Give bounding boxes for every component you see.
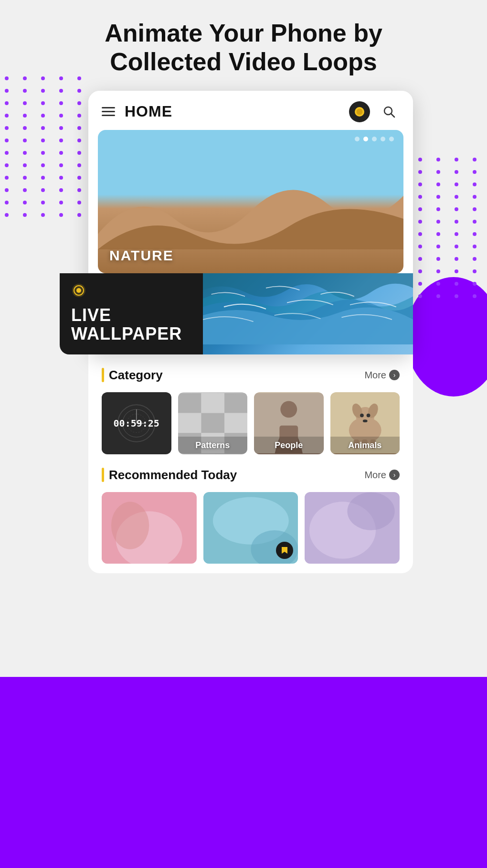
svg-rect-19 <box>224 413 248 433</box>
svg-point-39 <box>111 502 149 549</box>
recommended-bar <box>102 468 104 482</box>
search-icon[interactable] <box>379 101 400 122</box>
recommended-header: Recommended Today More › <box>102 468 400 482</box>
svg-rect-14 <box>178 393 201 413</box>
people-label: People <box>254 437 324 454</box>
category-card-people[interactable]: People <box>254 392 324 454</box>
headline: Animate Your Phone by Collected Video Lo… <box>76 19 411 76</box>
banner-dot-5 <box>389 137 394 141</box>
phone-mockup-card: HOME <box>88 91 413 354</box>
svg-rect-16 <box>224 393 248 413</box>
recommended-more-icon: › <box>389 470 400 480</box>
timer-value: 00:59:25 <box>114 418 159 429</box>
live-line1: LIVE <box>71 305 111 325</box>
banner-dot-1 <box>355 137 360 141</box>
ocean-image <box>203 273 413 354</box>
category-bar <box>102 368 104 382</box>
header-icons <box>349 101 400 122</box>
svg-point-33 <box>362 419 367 422</box>
live-line2: WALLPAPER <box>71 324 182 343</box>
recommended-card-2[interactable] <box>203 492 298 564</box>
svg-point-32 <box>366 413 370 417</box>
live-text: LIVE WALLPAPER <box>71 306 191 343</box>
recommended-grid <box>102 492 400 564</box>
recommended-label: Recommended Today <box>109 468 237 482</box>
category-header: Category More › <box>102 368 400 383</box>
svg-rect-17 <box>178 413 201 433</box>
category-card-animals[interactable]: Animals <box>330 392 400 454</box>
banner-dot-3 <box>372 137 377 141</box>
main-content: Animate Your Phone by Collected Video Lo… <box>0 0 487 573</box>
bottom-section: Category More › 00:59:25 <box>88 354 413 573</box>
svg-point-24 <box>280 401 297 418</box>
nature-banner[interactable]: NATURE <box>98 130 403 273</box>
live-icon <box>71 283 191 301</box>
svg-line-3 <box>391 114 394 117</box>
category-grid: 00:59:25 Patterns <box>102 392 400 454</box>
bookmark-icon[interactable] <box>276 542 293 559</box>
banner-dot-4 <box>381 137 385 141</box>
recommended-title: Recommended Today <box>102 468 237 482</box>
animals-label: Animals <box>330 437 400 454</box>
category-title: Category <box>102 368 163 383</box>
live-label-box: LIVE WALLPAPER <box>60 273 203 354</box>
headline-line2: Collected Video Loops <box>110 48 377 75</box>
category-card-patterns[interactable]: Patterns <box>178 392 248 454</box>
app-title: HOME <box>125 103 349 120</box>
category-more-icon: › <box>389 370 400 380</box>
recommended-more-label: More <box>364 470 386 481</box>
svg-point-1 <box>356 108 363 115</box>
recommended-card-3[interactable] <box>305 492 400 564</box>
category-card-timer[interactable]: 00:59:25 <box>102 392 171 454</box>
banner-dot-2 <box>363 137 368 141</box>
nature-label: NATURE <box>109 247 174 264</box>
headline-line1: Animate Your Phone by <box>105 19 382 47</box>
category-more-button[interactable]: More › <box>364 370 400 381</box>
category-label: Category <box>109 368 163 383</box>
svg-point-6 <box>76 288 81 293</box>
purple-bottom-bg <box>0 677 487 868</box>
patterns-label: Patterns <box>178 437 248 454</box>
svg-point-31 <box>360 413 364 417</box>
coin-icon[interactable] <box>349 101 370 122</box>
recommended-more-button[interactable]: More › <box>364 470 400 481</box>
svg-rect-18 <box>201 413 224 433</box>
app-header: HOME <box>88 91 413 130</box>
category-more-label: More <box>364 370 386 381</box>
recommended-card-1[interactable] <box>102 492 197 564</box>
menu-icon[interactable] <box>102 107 115 116</box>
svg-rect-15 <box>201 393 224 413</box>
live-wallpaper-strip: LIVE WALLPAPER <box>60 273 413 354</box>
svg-point-45 <box>348 492 395 530</box>
banner-dots <box>355 137 394 141</box>
